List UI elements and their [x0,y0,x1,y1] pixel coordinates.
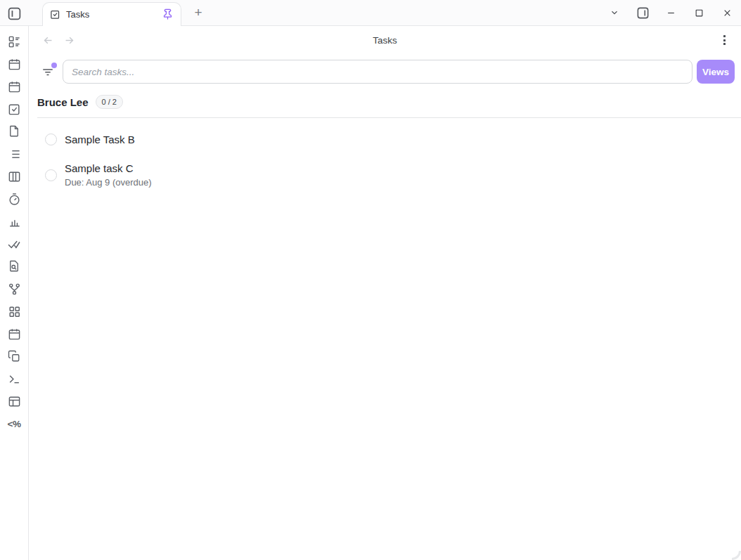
chevron-down-icon [610,8,619,18]
sidebar-item-board[interactable] [5,169,23,183]
file-search-icon [8,260,20,273]
grid-icon [8,305,21,318]
columns-icon [8,170,21,183]
sidebar-item-layout[interactable] [5,394,23,408]
calendar-icon [8,80,21,93]
sidebar-item-file-search[interactable] [5,259,23,273]
bar-chart-icon [8,215,21,228]
group-header: Bruce Lee 0 / 2 [37,95,733,109]
calendar-alt-icon [8,327,21,341]
sidebar-item-calendar-alt[interactable] [5,327,23,341]
sidebar-item-template[interactable]: <% [5,417,23,431]
flow-icon [8,282,21,296]
filter-button[interactable] [37,62,58,82]
minimize-button[interactable] [657,0,685,25]
file-icon [8,125,20,138]
views-button[interactable]: Views [697,60,735,84]
search-input[interactable] [63,60,692,84]
sidebar-item-habits[interactable] [5,237,23,251]
sidebar-item-calendar-days[interactable] [5,57,23,71]
task-list: Sample Task B Sample task C Due: Aug 9 (… [37,128,733,193]
sidebar-item-stats[interactable] [5,214,23,228]
list-icon [8,148,21,161]
sidebar-item-list[interactable] [5,147,23,161]
task-due-label: Due: Aug 9 (overdue) [65,177,152,188]
left-sidebar-toggle-button[interactable] [6,5,22,22]
calendar-days-icon [8,58,21,71]
task-row[interactable]: Sample task C Due: Aug 9 (overdue) [37,157,733,193]
timer-icon [8,193,21,206]
terminal-icon [8,372,21,386]
group-name: Bruce Lee [37,96,89,108]
new-tab-button[interactable]: + [188,3,208,22]
sidebar-item-grid[interactable] [5,304,23,318]
icon-sidebar: <% [0,26,29,560]
task-title: Sample task C [65,162,152,174]
copy-icon [8,350,20,363]
task-title: Sample Task B [65,134,135,145]
tab-label: Tasks [66,9,162,20]
maximize-button[interactable] [685,0,713,25]
overview-icon [8,35,21,48]
filter-active-dot [51,63,57,68]
close-button[interactable] [713,0,741,25]
sidebar-item-tasks[interactable] [5,102,23,116]
tab-tasks[interactable]: Tasks [42,2,181,26]
left-panel-icon [7,6,22,21]
titlebar: Tasks + [0,0,741,26]
tab-list-dropdown-button[interactable] [600,0,629,25]
view-header: Tasks [29,26,741,54]
more-options-button[interactable] [717,33,731,47]
sidebar-item-flow[interactable] [5,282,23,296]
group-divider [37,117,741,118]
search-row: Views [37,60,735,84]
sidebar-item-notes[interactable] [5,124,23,138]
task-checkbox[interactable] [45,134,57,145]
main-content: Tasks Views Bruce Lee 0 / [29,26,741,560]
kebab-icon [723,35,726,37]
double-check-icon [7,237,21,251]
sidebar-item-copy[interactable] [5,349,23,363]
check-square-icon [8,103,21,116]
task-checkbox[interactable] [45,169,57,181]
sidebar-item-overview[interactable] [5,34,23,48]
page-title: Tasks [29,35,741,46]
task-row[interactable]: Sample Task B [37,128,733,151]
sidebar-item-calendar[interactable] [5,79,23,93]
sidebar-item-terminal[interactable] [5,372,23,386]
pin-icon[interactable] [162,8,174,20]
maximize-icon [695,8,704,18]
minimize-icon [666,8,676,18]
close-icon [723,8,732,18]
right-panel-icon [636,6,650,20]
right-panel-toggle-button[interactable] [629,0,657,25]
template-icon: <% [8,419,21,429]
sidebar-item-timer[interactable] [5,192,23,206]
progress-badge: 0 / 2 [96,95,123,109]
check-square-icon [50,9,60,20]
plus-icon: + [194,5,202,20]
layout-icon [8,395,21,408]
